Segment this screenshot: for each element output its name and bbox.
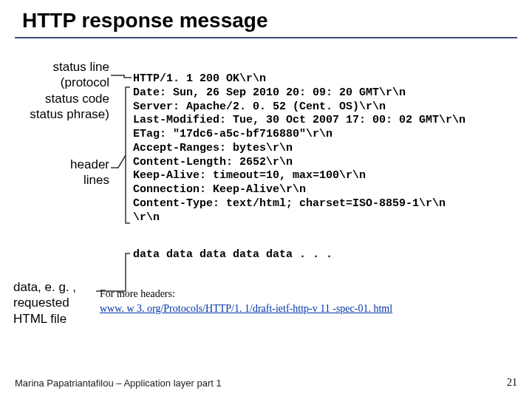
resp-line-9: Content-Type: text/html; charset=ISO-885…: [133, 197, 446, 210]
resp-line-10: \r\n: [133, 211, 160, 224]
annotation-header-lines: header lines: [6, 157, 109, 188]
resp-line-0: HTTP/1. 1 200 OK\r\n: [133, 72, 266, 85]
resp-line-1: Date: Sun, 26 Sep 2010 20: 09: 20 GMT\r\…: [133, 86, 406, 99]
more-headers-note: For more headers: www. w 3. org/Protocol…: [100, 287, 392, 316]
http-response-block: HTTP/1. 1 200 OK\r\n Date: Sun, 26 Sep 2…: [133, 72, 466, 225]
more-headers-link[interactable]: www. w 3. org/Protocols/HTTP/1. 1/draft-…: [100, 303, 392, 314]
slide-number: 21: [507, 377, 517, 389]
resp-line-8: Connection: Keep-Alive\r\n: [133, 183, 306, 196]
resp-line-6: Content-Length: 2652\r\n: [133, 156, 293, 168]
resp-line-7: Keep-Alive: timeout=10, max=100\r\n: [133, 169, 366, 182]
slide-footer: Marina Papatriantafilou – Application la…: [15, 378, 222, 389]
annotation-status-line: status line (protocol status code status…: [6, 59, 109, 122]
slide-title: HTTP response message: [0, 0, 532, 37]
resp-line-2: Server: Apache/2. 0. 52 (Cent. OS)\r\n: [133, 100, 386, 113]
resp-line-4: ETag: "17dc6-a5c-bf716880"\r\n: [133, 128, 332, 140]
resp-line-3: Last-Modified: Tue, 30 Oct 2007 17: 00: …: [133, 114, 466, 126]
annotation-data: data, e. g. , requested HTML file: [13, 279, 95, 327]
annotation-status-text: status line (protocol status code status…: [6, 59, 109, 122]
resp-line-5: Accept-Ranges: bytes\r\n: [133, 142, 293, 154]
annotation-data-text: data, e. g. , requested HTML file: [13, 279, 95, 327]
more-headers-label: For more headers:: [100, 288, 175, 299]
slide-body: status line (protocol status code status…: [0, 38, 532, 349]
annotation-headers-text: header lines: [6, 157, 109, 188]
http-body-line: data data data data data . . .: [133, 248, 332, 261]
